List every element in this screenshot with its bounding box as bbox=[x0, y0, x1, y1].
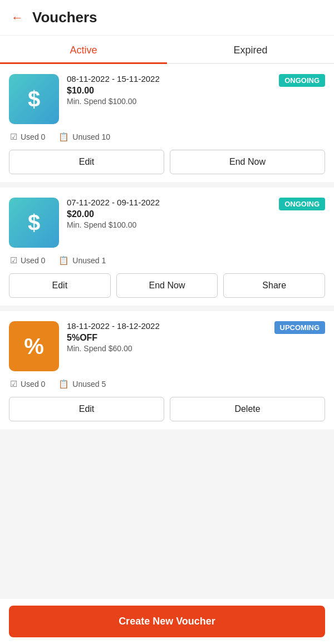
status-badge-1: ONGOING bbox=[279, 74, 325, 87]
voucher-list: $ 08-11-2022 - 15-11-2022 $10.00 Min. Sp… bbox=[0, 64, 334, 479]
voucher-dates-3: 18-11-2022 - 18-12-2022 bbox=[67, 321, 269, 331]
calendar-icon-1: 📋 bbox=[58, 132, 69, 142]
voucher-icon-3: % bbox=[9, 321, 59, 371]
tab-active[interactable]: Active bbox=[0, 36, 167, 63]
voucher-amount-1: $10.00 bbox=[67, 86, 273, 96]
tab-bar: Active Expired bbox=[0, 36, 334, 64]
check-icon-1: ☑ bbox=[10, 132, 17, 142]
end-now-button-2[interactable]: End Now bbox=[116, 273, 218, 298]
stat-used-2: ☑ Used 0 bbox=[10, 255, 45, 266]
voucher-stats-2: ☑ Used 0 📋 Unused 1 bbox=[9, 255, 325, 266]
stat-used-1: ☑ Used 0 bbox=[10, 132, 45, 142]
edit-button-1[interactable]: Edit bbox=[9, 150, 164, 174]
status-badge-3: UPCOMING bbox=[274, 321, 326, 334]
back-button[interactable]: ← bbox=[11, 11, 23, 25]
voucher-actions-2: Edit End Now Share bbox=[9, 273, 325, 298]
page-title: Vouchers bbox=[32, 9, 97, 26]
tab-expired[interactable]: Expired bbox=[167, 36, 334, 63]
create-voucher-button[interactable]: Create New Voucher bbox=[9, 606, 325, 637]
voucher-info-3: 18-11-2022 - 18-12-2022 5%OFF Min. Spend… bbox=[67, 321, 269, 353]
voucher-min-3: Min. Spend $60.00 bbox=[67, 344, 269, 353]
voucher-top-3: % 18-11-2022 - 18-12-2022 5%OFF Min. Spe… bbox=[9, 321, 325, 371]
stat-unused-1: 📋 Unused 10 bbox=[58, 132, 110, 142]
edit-button-3[interactable]: Edit bbox=[9, 397, 164, 421]
bottom-spacer bbox=[0, 435, 334, 479]
voucher-card-1: $ 08-11-2022 - 15-11-2022 $10.00 Min. Sp… bbox=[0, 64, 334, 182]
end-now-button-1[interactable]: End Now bbox=[170, 150, 325, 174]
check-icon-2: ☑ bbox=[10, 255, 17, 266]
stat-unused-3: 📋 Unused 5 bbox=[58, 379, 106, 389]
voucher-amount-2: $20.00 bbox=[67, 209, 273, 219]
voucher-top-1: $ 08-11-2022 - 15-11-2022 $10.00 Min. Sp… bbox=[9, 74, 325, 124]
voucher-min-2: Min. Spend $100.00 bbox=[67, 220, 273, 229]
status-badge-2: ONGOING bbox=[279, 198, 325, 210]
calendar-icon-2: 📋 bbox=[58, 255, 69, 266]
create-button-wrap: Create New Voucher bbox=[0, 599, 334, 644]
voucher-actions-3: Edit Delete bbox=[9, 397, 325, 421]
stat-used-3: ☑ Used 0 bbox=[10, 379, 45, 389]
voucher-actions-1: Edit End Now bbox=[9, 150, 325, 174]
voucher-stats-1: ☑ Used 0 📋 Unused 10 bbox=[9, 132, 325, 142]
check-icon-3: ☑ bbox=[10, 379, 17, 389]
delete-button-3[interactable]: Delete bbox=[170, 397, 325, 421]
voucher-card-2: $ 07-11-2022 - 09-11-2022 $20.00 Min. Sp… bbox=[0, 188, 334, 306]
voucher-dates-1: 08-11-2022 - 15-11-2022 bbox=[67, 74, 273, 83]
voucher-stats-3: ☑ Used 0 📋 Unused 5 bbox=[9, 379, 325, 389]
voucher-amount-3: 5%OFF bbox=[67, 333, 269, 343]
page-header: ← Vouchers bbox=[0, 0, 334, 36]
voucher-dates-2: 07-11-2022 - 09-11-2022 bbox=[67, 198, 273, 207]
voucher-top-2: $ 07-11-2022 - 09-11-2022 $20.00 Min. Sp… bbox=[9, 198, 325, 248]
calendar-icon-3: 📋 bbox=[58, 379, 69, 389]
voucher-min-1: Min. Spend $100.00 bbox=[67, 97, 273, 106]
share-button-2[interactable]: Share bbox=[223, 273, 325, 298]
voucher-icon-2: $ bbox=[9, 198, 59, 248]
edit-button-2[interactable]: Edit bbox=[9, 273, 111, 298]
voucher-info-2: 07-11-2022 - 09-11-2022 $20.00 Min. Spen… bbox=[67, 198, 273, 229]
voucher-info-1: 08-11-2022 - 15-11-2022 $10.00 Min. Spen… bbox=[67, 74, 273, 106]
stat-unused-2: 📋 Unused 1 bbox=[58, 255, 106, 266]
voucher-card-3: % 18-11-2022 - 18-12-2022 5%OFF Min. Spe… bbox=[0, 311, 334, 429]
voucher-icon-1: $ bbox=[9, 74, 59, 124]
